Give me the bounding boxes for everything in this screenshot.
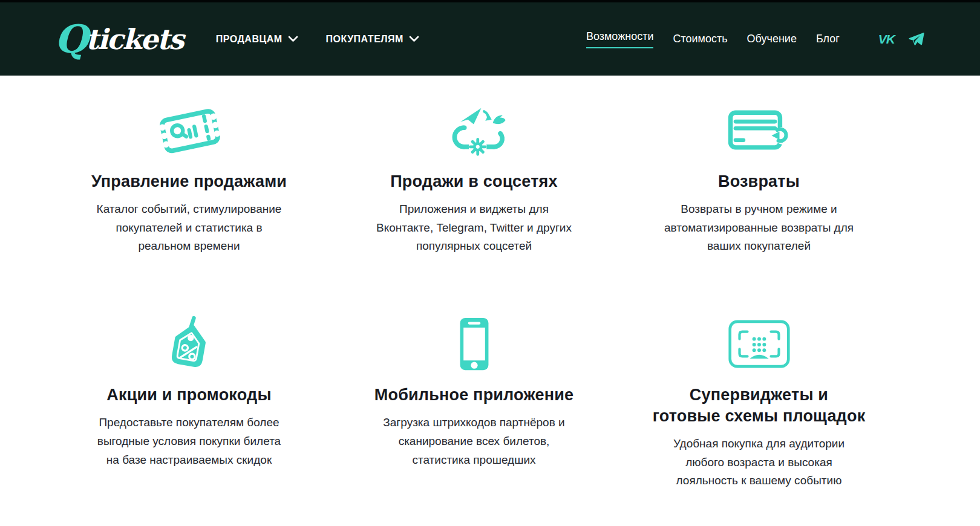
site-header: Qtickets ПРОДАВЦАМ ПОКУПАТЕЛЯМ Возможнос… <box>0 2 980 76</box>
secondary-nav: Возможности Стоимость Обучение Блог VK <box>586 30 924 48</box>
feature-card-superwidgets: Супервиджеты и готовые схемы площадок Уд… <box>616 316 901 490</box>
logo-letter-q: Q <box>54 20 87 59</box>
feature-description: Предоставьте покупателям более выгодные … <box>97 414 281 470</box>
nav-link-features[interactable]: Возможности <box>586 30 654 48</box>
feature-description: Каталог событий, стимулирование покупате… <box>97 200 282 256</box>
nav-sellers-dropdown[interactable]: ПРОДАВЦАМ <box>216 34 298 45</box>
primary-nav: ПРОДАВЦАМ ПОКУПАТЕЛЯМ <box>216 34 419 45</box>
social-links: VK <box>878 32 924 47</box>
feature-card-sales-management: Управление продажами Каталог событий, ст… <box>47 103 332 256</box>
chevron-down-icon <box>288 36 298 42</box>
nav-sellers-label: ПРОДАВЦАМ <box>216 34 283 45</box>
nav-buyers-dropdown[interactable]: ПОКУПАТЕЛЯМ <box>326 34 419 45</box>
feature-title: Возвраты <box>718 171 800 192</box>
vk-icon[interactable]: VK <box>878 32 895 47</box>
cloud-social-icon <box>443 103 506 158</box>
feature-title: Мобильное приложение <box>374 385 573 406</box>
discount-tag-icon <box>165 316 214 372</box>
card-refund-icon <box>727 103 791 158</box>
venue-scheme-icon <box>728 316 791 372</box>
chevron-down-icon <box>409 36 419 42</box>
ticket-icon <box>154 103 225 158</box>
feature-description: Удобная покупка для аудитории любого воз… <box>673 435 844 491</box>
telegram-icon[interactable] <box>908 32 924 47</box>
feature-title: Акции и промокоды <box>106 385 271 406</box>
feature-title: Продажи в соцсетях <box>390 171 558 192</box>
nav-link-blog[interactable]: Блог <box>816 33 840 45</box>
nav-link-pricing[interactable]: Стоимость <box>673 33 727 45</box>
feature-description: Приложения и виджеты для Вконтакте, Tele… <box>376 200 572 256</box>
feature-description: Возвраты в ручном режиме и автоматизиров… <box>664 200 854 256</box>
nav-link-training[interactable]: Обучение <box>747 33 797 45</box>
features-grid: Управление продажами Каталог событий, ст… <box>47 76 901 490</box>
feature-card-refunds: Возвраты Возвраты в ручном режиме и авто… <box>616 103 901 256</box>
feature-card-mobile-app: Мобильное приложение Загрузка штрихкодов… <box>332 316 616 490</box>
nav-buyers-label: ПОКУПАТЕЛЯМ <box>326 34 403 45</box>
feature-card-social-sales: Продажи в соцсетях Приложения и виджеты … <box>332 103 616 256</box>
feature-card-promo: Акции и промокоды Предоставьте покупател… <box>47 316 332 490</box>
smartphone-icon <box>459 316 490 372</box>
feature-title: Управление продажами <box>91 171 287 192</box>
logo-text: tickets <box>86 25 183 53</box>
feature-description: Загрузка штрихкодов партнёров и сканиров… <box>383 414 564 470</box>
feature-title: Супервиджеты и готовые схемы площадок <box>653 385 866 426</box>
qtickets-logo[interactable]: Qtickets <box>54 20 183 59</box>
